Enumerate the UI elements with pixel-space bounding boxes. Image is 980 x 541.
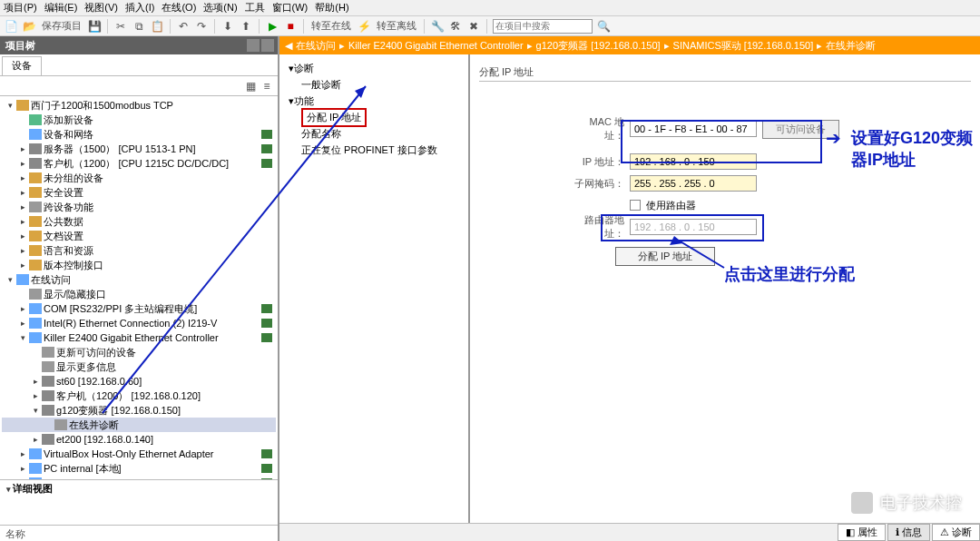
nav-item[interactable]: 正在复位 PROFINET 接口参数 bbox=[285, 142, 463, 158]
mask-field[interactable]: 255 . 255 . 255 . 0 bbox=[630, 175, 757, 192]
menu-item[interactable]: 窗口(W) bbox=[272, 1, 309, 15]
new-icon[interactable]: 📄 bbox=[4, 19, 18, 34]
nav-item[interactable]: 一般诊断 bbox=[285, 76, 463, 93]
search-icon[interactable]: 🔍 bbox=[596, 19, 611, 34]
tree-item[interactable]: 设备和网络 bbox=[2, 127, 276, 142]
copy-icon[interactable]: ⧉ bbox=[132, 19, 146, 34]
breadcrumb: ◀在线访问▸Killer E2400 Gigabit Ethernet Cont… bbox=[279, 36, 980, 54]
tree-item[interactable]: 在线并诊断 bbox=[2, 418, 276, 432]
cross-icon[interactable]: ✖ bbox=[466, 19, 481, 34]
section-title: 分配 IP 地址 bbox=[479, 65, 971, 82]
open-icon[interactable]: 📂 bbox=[22, 19, 36, 34]
crumb-item[interactable]: Killer E2400 Gigabit Ethernet Controller bbox=[348, 40, 524, 51]
menu-item[interactable]: 视图(V) bbox=[84, 1, 118, 15]
crumb-item[interactable]: 在线并诊断 bbox=[826, 39, 876, 53]
tree-item[interactable]: 更新可访问的设备 bbox=[2, 345, 276, 359]
crumb-item[interactable]: g120变频器 [192.168.0.150] bbox=[536, 39, 661, 53]
tree-item[interactable]: ▾Killer E2400 Gigabit Ethernet Controlle… bbox=[2, 330, 276, 345]
mac-label: MAC 地址： bbox=[570, 115, 624, 143]
tree-item[interactable]: ▸客户机（1200） [192.168.0.120] bbox=[2, 389, 276, 403]
menu-item[interactable]: 选项(N) bbox=[203, 1, 237, 15]
tree-item[interactable]: ▸语言和资源 bbox=[2, 243, 276, 258]
menu-item[interactable]: 项目(P) bbox=[4, 1, 37, 15]
menu-bar: 项目(P)编辑(E)视图(V)插入(I)在线(O)选项(N)工具窗口(W)帮助(… bbox=[0, 0, 980, 16]
detail-view-header[interactable]: ▾详细视图 bbox=[0, 479, 278, 497]
tree-item[interactable]: ▸COM [RS232/PPI 多主站编程电缆] bbox=[2, 301, 276, 316]
assign-ip-button[interactable]: 分配 IP 地址 bbox=[615, 247, 715, 266]
pin-icon[interactable] bbox=[261, 39, 274, 52]
tree-item[interactable]: ▸文档设置 bbox=[2, 229, 276, 243]
tree-item[interactable]: ▸服务器（1500） [CPU 1513-1 PN] bbox=[2, 142, 276, 156]
nav-item[interactable]: ▾功能 bbox=[285, 93, 463, 109]
tab-info[interactable]: ℹ信息 bbox=[887, 524, 930, 541]
mask-label: 子网掩码： bbox=[570, 177, 624, 191]
router-checkbox[interactable] bbox=[630, 200, 641, 211]
tree-item[interactable]: ▸et200 [192.168.0.140] bbox=[2, 432, 276, 447]
tree-item[interactable]: ▾在线访问 bbox=[2, 272, 276, 287]
tab-device[interactable]: 设备 bbox=[2, 56, 42, 75]
stop-icon[interactable]: ■ bbox=[283, 19, 298, 34]
menu-item[interactable]: 编辑(E) bbox=[44, 1, 78, 15]
nav-item[interactable]: ▾诊断 bbox=[285, 60, 463, 76]
name-column: 名称 bbox=[0, 525, 278, 541]
project-tree-panel: 项目树 设备 ▦ ≡ ▾西门子1200和1500modbus TCP添加新设备设… bbox=[0, 36, 279, 541]
menu-item[interactable]: 工具 bbox=[245, 1, 265, 15]
tree-item[interactable]: ▸st60 [192.168.0.60] bbox=[2, 374, 276, 389]
tree-item[interactable]: ▾西门子1200和1500modbus TCP bbox=[2, 98, 276, 113]
annotation-text: 点击这里进行分配 bbox=[724, 263, 855, 285]
tree-item[interactable]: ▸跨设备功能 bbox=[2, 200, 276, 214]
search-input[interactable] bbox=[493, 19, 593, 34]
ip-label: IP 地址： bbox=[570, 155, 624, 169]
crumb-item[interactable]: SINAMICS驱动 [192.168.0.150] bbox=[673, 39, 814, 53]
tree-item[interactable]: ▸安全设置 bbox=[2, 185, 276, 200]
content-area: 分配 IP 地址 MAC 地址： 00 - 1F - F8 - E1 - 00 … bbox=[470, 54, 980, 541]
go-offline-button[interactable]: 转至离线 bbox=[377, 19, 416, 33]
tree-item[interactable]: ▸版本控制接口 bbox=[2, 258, 276, 272]
tool-icon[interactable]: 🛠 bbox=[448, 19, 463, 34]
toolbar: 📄 📂 保存项目 💾 ✂ ⧉ 📋 ↶ ↷ ⬇ ⬆ ▶ ■ 转至在线 ⚡ 转至离线… bbox=[0, 16, 980, 36]
tree-item[interactable]: 添加新设备 bbox=[2, 113, 276, 127]
collapse-icon[interactable] bbox=[247, 39, 260, 52]
annotation-box bbox=[601, 214, 764, 241]
tree-item[interactable]: ▸未分组的设备 bbox=[2, 171, 276, 185]
nav-item[interactable]: 分配 IP 地址 bbox=[285, 109, 463, 125]
menu-item[interactable]: 插入(I) bbox=[125, 1, 154, 15]
upload-icon[interactable]: ⬆ bbox=[239, 19, 253, 34]
tree-item[interactable]: ▸公共数据 bbox=[2, 214, 276, 229]
tab-diagnostics[interactable]: ⚠诊断 bbox=[932, 524, 980, 541]
menu-item[interactable]: 帮助(H) bbox=[315, 1, 348, 15]
paste-icon[interactable]: 📋 bbox=[150, 19, 164, 34]
menu-item[interactable]: 在线(O) bbox=[162, 1, 196, 15]
router-chk-label: 使用路由器 bbox=[646, 199, 696, 212]
play-icon[interactable]: ▶ bbox=[265, 19, 279, 34]
go-online-button[interactable]: 转至在线 bbox=[311, 19, 351, 33]
crumb-item[interactable]: 在线访问 bbox=[296, 39, 336, 53]
watermark: 电子技术控 bbox=[851, 492, 962, 514]
tree-item[interactable]: ▸客户机（1200） [CPU 1215C DC/DC/DC] bbox=[2, 156, 276, 171]
tree-item[interactable]: ▾g120变频器 [192.168.0.150] bbox=[2, 403, 276, 418]
nav-item[interactable]: 分配名称 bbox=[285, 125, 463, 142]
tool-icon[interactable]: 🔧 bbox=[430, 19, 445, 34]
tab-properties[interactable]: ◧属性 bbox=[838, 524, 886, 541]
list-icon[interactable]: ≡ bbox=[260, 79, 274, 93]
undo-icon[interactable]: ↶ bbox=[176, 19, 191, 34]
redo-icon[interactable]: ↷ bbox=[194, 19, 209, 34]
nav-tree: ▾诊断一般诊断▾功能分配 IP 地址分配名称正在复位 PROFINET 接口参数 bbox=[279, 54, 470, 541]
tree-item[interactable]: 显示更多信息 bbox=[2, 359, 276, 374]
download-icon[interactable]: ⬇ bbox=[220, 19, 235, 34]
tree-item[interactable]: ▸Intel(R) Ethernet Connection (2) I219-V bbox=[2, 316, 276, 330]
project-tree[interactable]: ▾西门子1200和1500modbus TCP添加新设备设备和网络▸服务器（15… bbox=[0, 96, 278, 479]
footer-tabs: ◧属性 ℹ信息 ⚠诊断 bbox=[279, 523, 980, 541]
tree-item[interactable]: ▸VirtualBox Host-Only Ethernet Adapter bbox=[2, 447, 276, 461]
wechat-icon bbox=[851, 492, 873, 514]
online-icon[interactable]: ⚡ bbox=[357, 19, 371, 34]
save-icon[interactable]: 💾 bbox=[87, 19, 102, 34]
save-button[interactable]: 保存项目 bbox=[42, 19, 82, 33]
cut-icon[interactable]: ✂ bbox=[113, 19, 128, 34]
tree-item[interactable]: 显示/隐藏接口 bbox=[2, 287, 276, 301]
tree-item[interactable]: ▸PLCSIM [PN/IE] bbox=[2, 476, 276, 479]
tree-item[interactable]: ▸PC internal [本地] bbox=[2, 461, 276, 476]
arrow-icon: ➔ bbox=[826, 127, 841, 149]
annotation-text: 设置好G120变频器IP地址 bbox=[851, 127, 980, 171]
grid-icon[interactable]: ▦ bbox=[243, 79, 258, 93]
